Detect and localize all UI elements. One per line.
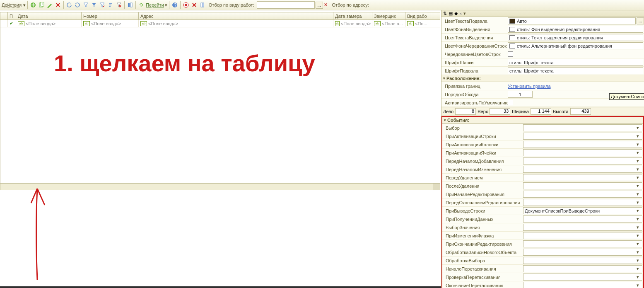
dropdown-icon[interactable]: ▾ [635,125,641,131]
mark-delete-icon[interactable] [191,1,198,9]
event-input[interactable]: ▾ [523,257,642,264]
dropdown-icon[interactable]: ▾ [635,233,641,238]
col-p[interactable]: П [8,12,16,19]
left-input[interactable]: 8 [455,108,476,115]
dropdown-icon[interactable]: ▾ [635,150,641,155]
col-measure-date[interactable]: Дата замера [333,12,372,19]
actions-menu[interactable]: Действия [2,2,22,7]
event-input[interactable]: ▾ [523,157,642,165]
event-input[interactable]: ▾ [523,249,642,256]
col-number[interactable]: Номер [82,12,139,19]
dropdown-icon[interactable]: ▾ [635,167,641,172]
prop-input[interactable]: Авто [508,17,636,24]
edit-icon[interactable] [46,1,53,9]
event-input[interactable]: ▾ [523,182,642,189]
dropdown-icon[interactable]: ▾ [635,158,641,164]
dropdown-icon[interactable]: ▾ [635,200,641,205]
filter1-ellipsis[interactable]: ... [316,2,323,9]
prop-input[interactable]: стиль: Текст выделения редактирования [508,34,643,41]
form-design-area[interactable]: П Дата Номер Адрес Дата замера Замерщик … [0,10,441,288]
dropdown-icon[interactable]: ▾ [635,258,641,263]
cancel-icon[interactable] [182,1,190,9]
categ-icon[interactable]: ▤ [449,11,453,16]
col-work-type[interactable]: Вид рабо [405,12,430,19]
dropdown-icon[interactable]: ▾ [635,191,641,197]
ellipsis-button[interactable]: ... [637,17,644,24]
event-input[interactable]: ▾ [523,199,642,206]
filter1-input[interactable] [257,1,315,9]
go-link[interactable]: Перейти [146,2,164,7]
filter-icon[interactable] [82,1,89,9]
event-input[interactable]: ▾ [523,273,642,281]
prop-input[interactable]: стиль: Фон выделения редактирования [508,26,643,33]
delete-icon[interactable] [54,1,62,9]
height-input[interactable]: 439 [570,108,591,115]
width-input[interactable]: 1 144 [531,108,551,115]
settings-icon[interactable] [126,1,134,9]
filter1-clear-icon[interactable]: ✕ [324,2,330,8]
filter-clear-icon[interactable] [115,1,123,9]
help-icon[interactable]: ? [171,1,178,9]
activate-checkbox[interactable] [508,100,513,105]
dropdown-icon[interactable]: ▾ [635,208,641,213]
dropdown-icon[interactable]: ▾ [635,241,641,247]
post-icon[interactable] [199,1,206,9]
prop-label: ЧередованиеЦветовСтрок [441,52,508,57]
event-input[interactable]: ▾ [523,240,642,247]
filter1-label: Отбор по виду работ: [209,2,254,7]
events-section[interactable]: События: [442,117,643,124]
sort-az-icon[interactable]: ⇅ [443,11,447,16]
event-input[interactable]: ▾ [523,149,642,156]
event-input[interactable]: ▾ [523,141,642,148]
event-input[interactable]: ▾ [523,191,642,198]
sort-icon[interactable] [107,1,114,9]
scrollbar[interactable] [433,184,440,190]
dropdown-icon[interactable]: ▾ [635,133,641,139]
event-input[interactable]: ▾ [523,215,642,223]
table-row[interactable]: ✔ ab<Поле ввода> ab<Поле ввода> ab<Поле … [0,20,440,27]
add-icon[interactable] [29,1,37,9]
refresh-fwd-icon[interactable] [74,1,81,9]
top-input[interactable]: 33 [490,108,510,115]
event-input[interactable]: ▾ [523,174,642,181]
col-marker[interactable] [0,12,8,19]
event-input[interactable]: ДокументСписокПриВыводеСтроки▾ [523,207,642,214]
col-measurer[interactable]: Замерщик [372,12,405,19]
field-placeholder: <Поле ввода> [341,21,371,26]
borders-link[interactable]: Установить правила [508,84,551,89]
event-input[interactable]: ▾ [523,224,642,231]
close-x-icon[interactable]: × [459,11,462,16]
splitter[interactable] [0,286,441,288]
col-date[interactable]: Дата [16,12,82,19]
event-input[interactable]: ▾ [523,232,642,239]
prop-checkbox[interactable] [508,51,513,57]
dropdown-icon[interactable]: ▾ [635,142,641,147]
dropdown-icon[interactable]: ▾ [635,225,641,230]
dropdown-icon[interactable]: ▾ [635,216,641,222]
dropdown-icon[interactable]: ▾ [635,274,641,280]
dropdown-icon[interactable]: ▾ [635,183,641,189]
refresh-back-icon[interactable] [65,1,73,9]
filter-funnel-icon[interactable] [90,1,98,9]
event-input[interactable]: ▾ [523,124,642,131]
event-input[interactable]: ▾ [523,282,642,288]
copy-icon[interactable]: + [38,1,45,9]
event-input[interactable]: ▾ [523,265,642,272]
filter-x-icon[interactable] [99,1,106,9]
event-label: ПриНачалеРедактирования [442,192,523,197]
dropdown-icon[interactable]: ▾ [635,249,641,255]
dropdown-icon[interactable]: ▾ [635,283,641,288]
dropdown-icon[interactable]: ▾ [635,266,641,271]
reload-icon[interactable] [137,1,145,9]
tag-icon[interactable]: ◆ [454,11,458,16]
document-list-grid[interactable]: П Дата Номер Адрес Дата замера Замерщик … [0,12,440,190]
layout-section[interactable]: Расположение: [441,75,644,82]
event-input[interactable]: ▾ [523,166,642,173]
col-address[interactable]: Адрес [139,12,333,19]
prop-input[interactable]: стиль: Альтернативный фон редактирования [508,42,643,49]
prop-input[interactable]: стиль: Шрифт текста [508,59,643,66]
prop-input[interactable]: стиль: Шрифт текста [508,67,643,74]
event-input[interactable]: ▾ [523,133,642,140]
tab-order-input[interactable]: 1 [508,91,533,98]
dropdown-icon[interactable]: ▾ [635,175,641,180]
